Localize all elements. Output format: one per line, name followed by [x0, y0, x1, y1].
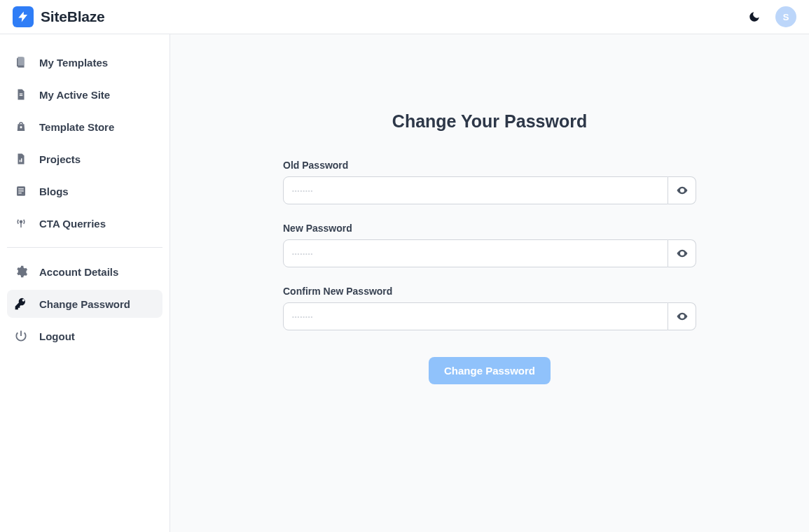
sidebar-secondary-group: Account Details Change Password Logout	[7, 258, 163, 350]
sidebar-item-label: Projects	[39, 153, 81, 165]
new-password-field: New Password	[283, 223, 696, 267]
sidebar-item-my-active-site[interactable]: My Active Site	[7, 80, 163, 108]
new-password-label: New Password	[283, 223, 696, 234]
svg-rect-5	[20, 160, 21, 162]
svg-point-16	[681, 316, 683, 318]
app-header: SiteBlaze S	[0, 0, 809, 34]
sidebar-primary-group: My Templates My Active Site Template Sto…	[7, 48, 163, 237]
change-password-button[interactable]: Change Password	[429, 357, 551, 384]
avatar-initial: S	[783, 12, 789, 22]
old-password-field: Old Password	[283, 160, 696, 204]
new-password-input-row	[283, 239, 696, 267]
user-avatar[interactable]: S	[775, 6, 796, 27]
moon-icon	[748, 10, 761, 23]
sidebar-item-label: Blogs	[39, 186, 69, 197]
svg-point-13	[20, 220, 22, 223]
svg-rect-11	[18, 190, 24, 191]
sidebar-item-template-store[interactable]: Template Store	[7, 113, 163, 141]
main-content: Change Your Password Old Password New Pa…	[170, 34, 809, 532]
new-password-input[interactable]	[283, 239, 668, 267]
sidebar-item-my-templates[interactable]: My Templates	[7, 48, 163, 76]
svg-rect-2	[20, 94, 23, 94]
submit-row: Change Password	[283, 357, 696, 384]
templates-icon	[14, 55, 28, 69]
svg-point-14	[681, 190, 683, 192]
svg-rect-1	[18, 57, 25, 66]
svg-rect-6	[21, 158, 22, 162]
key-icon	[14, 297, 28, 311]
sidebar-item-label: Logout	[39, 330, 75, 342]
confirm-password-field: Confirm New Password	[283, 286, 696, 330]
sidebar-item-account-details[interactable]: Account Details	[7, 258, 163, 286]
confirm-password-input[interactable]	[283, 302, 668, 330]
svg-rect-4	[20, 126, 22, 128]
old-password-visibility-toggle[interactable]	[668, 176, 696, 204]
sidebar-item-label: My Active Site	[39, 89, 110, 101]
theme-toggle-button[interactable]	[747, 10, 761, 24]
sidebar-divider	[7, 247, 163, 248]
confirm-password-input-row	[283, 302, 696, 330]
change-password-form: Old Password New Password	[283, 160, 696, 384]
brand-logo-icon	[13, 6, 34, 27]
old-password-input-row	[283, 176, 696, 204]
chart-file-icon	[14, 152, 28, 166]
sidebar-item-label: Change Password	[39, 298, 130, 310]
svg-point-15	[681, 253, 683, 255]
eye-icon	[676, 310, 689, 323]
header-actions: S	[747, 6, 796, 27]
file-icon	[14, 88, 28, 102]
svg-rect-12	[18, 192, 22, 193]
eye-icon	[676, 184, 689, 197]
eye-icon	[676, 247, 689, 260]
sidebar-item-projects[interactable]: Projects	[7, 145, 163, 173]
svg-rect-3	[20, 95, 23, 96]
old-password-label: Old Password	[283, 160, 696, 171]
sidebar-item-label: CTA Querries	[39, 218, 106, 230]
confirm-password-label: Confirm New Password	[283, 286, 696, 297]
blog-icon	[14, 184, 28, 198]
power-icon	[14, 329, 28, 343]
sidebar-item-cta-queries[interactable]: CTA Querries	[7, 209, 163, 237]
page-title: Change Your Password	[392, 111, 587, 132]
gear-icon	[14, 265, 28, 279]
old-password-input[interactable]	[283, 176, 668, 204]
sidebar-item-label: My Templates	[39, 57, 108, 69]
new-password-visibility-toggle[interactable]	[668, 239, 696, 267]
brand-title: SiteBlaze	[41, 8, 105, 25]
sidebar-item-change-password[interactable]: Change Password	[7, 290, 163, 318]
broadcast-icon	[14, 216, 28, 230]
confirm-password-visibility-toggle[interactable]	[668, 302, 696, 330]
sidebar-item-label: Template Store	[39, 121, 114, 133]
sidebar-item-logout[interactable]: Logout	[7, 322, 163, 350]
sidebar: My Templates My Active Site Template Sto…	[0, 34, 170, 532]
sidebar-item-label: Account Details	[39, 266, 118, 278]
sidebar-item-blogs[interactable]: Blogs	[7, 177, 163, 205]
brand[interactable]: SiteBlaze	[13, 6, 105, 27]
store-icon	[14, 120, 28, 134]
svg-rect-10	[18, 188, 24, 189]
